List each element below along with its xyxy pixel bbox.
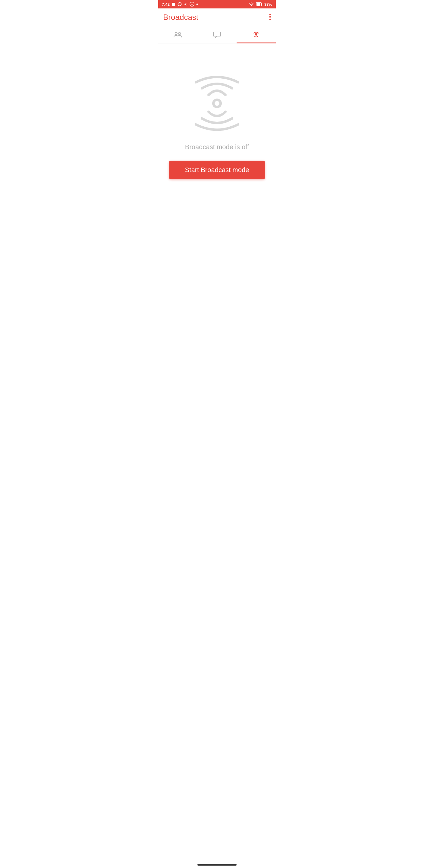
battery-icon: [256, 2, 262, 6]
main-content: Broadcast mode is off Start Broadcast mo…: [158, 43, 276, 209]
app-title: Broadcast: [163, 13, 198, 22]
start-broadcast-button[interactable]: Start Broadcast mode: [169, 161, 265, 179]
svg-rect-0: [172, 3, 175, 6]
svg-rect-8: [261, 4, 262, 5]
svg-point-10: [270, 13, 271, 15]
broadcast-tab-icon: [252, 30, 260, 39]
people-icon: [174, 30, 182, 39]
nav-icon: [184, 2, 188, 6]
svg-point-15: [255, 34, 257, 36]
svg-point-1: [178, 3, 181, 6]
status-bar: 7:42 37%: [158, 0, 276, 8]
time-display: 7:42: [162, 2, 170, 7]
svg-rect-9: [256, 3, 260, 6]
svg-point-6: [251, 5, 252, 6]
dot-icon: [196, 3, 198, 5]
circle-icon: [178, 2, 182, 6]
sim-icon: [172, 2, 176, 6]
svg-point-16: [213, 100, 221, 107]
tab-chat[interactable]: [197, 26, 237, 43]
status-left: 7:42: [162, 2, 198, 7]
wifi-icon: [249, 2, 254, 6]
chat-icon: [213, 30, 221, 39]
tab-bar: [158, 26, 276, 43]
compass-icon: [190, 2, 194, 7]
app-bar: Broadcast: [158, 8, 276, 26]
more-vert-icon[interactable]: [269, 13, 271, 22]
tab-people[interactable]: [158, 26, 197, 43]
svg-point-12: [270, 19, 271, 20]
svg-point-13: [175, 33, 177, 35]
status-right: 37%: [249, 2, 272, 7]
battery-percent: 37%: [264, 2, 272, 7]
broadcast-off-graphic: [187, 73, 247, 133]
svg-point-14: [179, 33, 181, 35]
svg-point-11: [270, 16, 271, 18]
broadcast-status-text: Broadcast mode is off: [185, 143, 249, 151]
tab-broadcast[interactable]: [237, 26, 276, 43]
svg-point-5: [196, 4, 198, 5]
